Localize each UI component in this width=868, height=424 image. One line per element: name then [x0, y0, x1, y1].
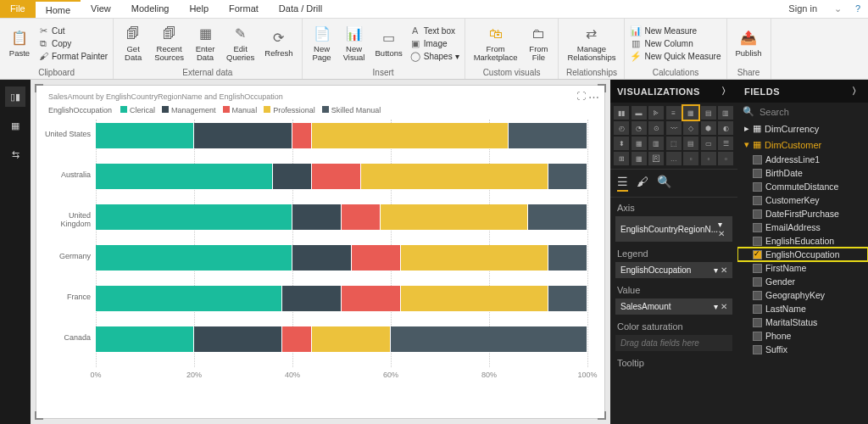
more-options-icon[interactable]: ⋯: [588, 91, 599, 103]
menu-format[interactable]: Format: [219, 0, 269, 18]
field-row[interactable]: DateFirstPurchase: [737, 207, 868, 220]
edit-queries-button[interactable]: ✎Edit Queries: [223, 23, 258, 64]
get-data-button[interactable]: 🗐Get Data: [119, 23, 147, 64]
recent-sources-button[interactable]: 🗐Recent Sources: [151, 23, 187, 64]
viz-type-button[interactable]: ▦: [632, 152, 647, 165]
viz-type-button[interactable]: ▤: [701, 106, 716, 120]
field-row[interactable]: FirstName: [737, 261, 868, 275]
from-file-button[interactable]: 🗀From File: [524, 23, 553, 64]
menu-file[interactable]: File: [0, 0, 36, 18]
legend-well[interactable]: EnglishOccupation▾ ✕: [615, 262, 732, 278]
collapse-icon[interactable]: 〉: [721, 85, 732, 98]
new-visual-button[interactable]: 📊New Visual: [340, 23, 369, 64]
axis-well[interactable]: EnglishCountryRegionN...▾ ✕: [615, 216, 732, 242]
viz-type-button[interactable]: ▫: [683, 152, 698, 165]
ribbon: 📋Paste ✂Cut ⧉Copy 🖌Format Painter Clipbo…: [0, 19, 868, 80]
viz-type-button[interactable]: ▥: [648, 137, 664, 150]
viz-type-button[interactable]: ▮▮: [614, 106, 629, 120]
manage-relationships-button[interactable]: ⇄Manage Relationships: [564, 23, 619, 64]
help-icon[interactable]: ?: [848, 0, 868, 18]
viz-type-button[interactable]: ⬍: [614, 137, 629, 150]
chevron-down-icon[interactable]: ⌄: [827, 0, 848, 18]
copy-button[interactable]: ⧉Copy: [37, 37, 108, 49]
table-row[interactable]: ▸▦DimCurrency: [737, 120, 868, 137]
new-measure-button[interactable]: 📊New Measure: [630, 25, 721, 36]
focus-mode-icon[interactable]: ⛶: [576, 91, 586, 101]
viz-type-button[interactable]: …: [666, 152, 682, 165]
viz-type-button[interactable]: ◴: [614, 121, 629, 135]
field-row[interactable]: AddressLine1: [737, 153, 868, 166]
viz-type-button[interactable]: ▭: [701, 137, 716, 150]
value-well[interactable]: SalesAmount▾ ✕: [615, 298, 732, 315]
viz-type-button[interactable]: ◐: [718, 121, 733, 135]
field-row[interactable]: Phone: [737, 329, 868, 343]
viz-type-button[interactable]: ⬚: [666, 137, 682, 150]
cut-button[interactable]: ✂Cut: [37, 25, 108, 36]
fields-tab-icon[interactable]: ☰: [617, 175, 628, 192]
table-row[interactable]: ▾▦DimCustomer: [737, 137, 868, 153]
field-row[interactable]: EmailAddress: [737, 220, 868, 234]
refresh-button[interactable]: ⟳Refresh: [261, 27, 296, 59]
publish-button[interactable]: 📤Publish: [732, 27, 765, 59]
remove-icon[interactable]: ✕: [721, 302, 727, 311]
field-row[interactable]: CommuteDistance: [737, 180, 868, 193]
viz-type-button[interactable]: ⬢: [701, 121, 716, 135]
field-row[interactable]: EnglishOccupation: [737, 248, 868, 261]
field-row[interactable]: MaritalStatus: [737, 315, 868, 329]
image-button[interactable]: ▣Image: [409, 37, 459, 49]
enter-data-button[interactable]: ▦Enter Data: [191, 23, 220, 64]
menu-data-drill[interactable]: Data / Drill: [269, 0, 332, 18]
viz-type-button[interactable]: ⊙: [648, 121, 664, 135]
new-quick-measure-button[interactable]: ⚡New Quick Measure: [630, 50, 721, 62]
buttons-button[interactable]: ▭Buttons: [372, 27, 406, 59]
menu-modeling[interactable]: Modeling: [121, 0, 180, 18]
report-canvas[interactable]: ⛶ ⋯ SalesAmount by EnglishCountryRegionN…: [31, 80, 610, 424]
field-row[interactable]: EnglishEducation: [737, 234, 868, 248]
viz-type-button[interactable]: ▫: [701, 152, 716, 165]
fields-search[interactable]: 🔍Search: [737, 103, 868, 120]
panel-title: FIELDS: [744, 86, 780, 97]
new-column-button[interactable]: ▥New Column: [630, 37, 721, 49]
format-painter-button[interactable]: 🖌Format Painter: [37, 50, 108, 62]
new-page-button[interactable]: 📄New Page: [308, 23, 337, 64]
field-row[interactable]: LastName: [737, 302, 868, 315]
viz-type-button[interactable]: 〰: [666, 121, 682, 135]
remove-icon[interactable]: ✕: [718, 229, 725, 238]
viz-type-button[interactable]: ▥: [718, 106, 733, 120]
viz-type-button[interactable]: 🅁: [648, 152, 664, 165]
viz-type-button[interactable]: ⊞: [614, 152, 629, 165]
field-row[interactable]: CustomerKey: [737, 193, 868, 207]
viz-type-button[interactable]: ◔: [632, 121, 647, 135]
field-row[interactable]: Suffix: [737, 343, 868, 356]
paste-button[interactable]: 📋Paste: [5, 27, 34, 59]
viz-type-button[interactable]: ▫: [718, 152, 733, 165]
viz-type-button[interactable]: ◇: [683, 121, 698, 135]
shapes-button[interactable]: ◯Shapes ▾: [409, 50, 459, 62]
viz-type-button[interactable]: ▤: [683, 137, 698, 150]
model-view-button[interactable]: ⇆: [5, 144, 25, 165]
menu-home[interactable]: Home: [36, 0, 81, 18]
from-marketplace-button[interactable]: 🛍From Marketplace: [470, 23, 521, 64]
viz-type-button[interactable]: ▦: [632, 137, 647, 150]
menu-view[interactable]: View: [81, 0, 121, 18]
viz-type-button[interactable]: ▬: [632, 106, 647, 120]
visualizations-panel: VISUALIZATIONS〉 ▮▮▬⫸≡▦▤▥◴◔⊙〰◇⬢◐⬍▦▥⬚▤▭☰⊞▦…: [610, 80, 737, 424]
textbox-button[interactable]: AText box: [409, 25, 459, 36]
field-row[interactable]: GeographyKey: [737, 288, 868, 302]
sign-in-link[interactable]: Sign in: [778, 0, 827, 18]
field-row[interactable]: BirthDate: [737, 166, 868, 180]
viz-type-button[interactable]: ☰: [718, 137, 733, 150]
format-tab-icon[interactable]: 🖌: [637, 175, 648, 192]
data-view-button[interactable]: ▦: [5, 115, 25, 136]
viz-type-button[interactable]: ≡: [666, 106, 682, 120]
collapse-icon[interactable]: 〉: [852, 85, 862, 98]
viz-type-button[interactable]: ⫸: [648, 106, 664, 120]
analytics-tab-icon[interactable]: 🔍: [657, 175, 671, 192]
field-row[interactable]: Gender: [737, 275, 868, 288]
viz-type-button[interactable]: ▦: [683, 106, 698, 120]
color-saturation-well[interactable]: Drag data fields here: [615, 335, 732, 351]
menu-help[interactable]: Help: [179, 0, 219, 18]
remove-icon[interactable]: ✕: [721, 265, 727, 275]
chart-visual[interactable]: ⛶ ⋯ SalesAmount by EnglishCountryRegionN…: [36, 85, 605, 419]
report-view-button[interactable]: ▯▮: [5, 86, 25, 107]
